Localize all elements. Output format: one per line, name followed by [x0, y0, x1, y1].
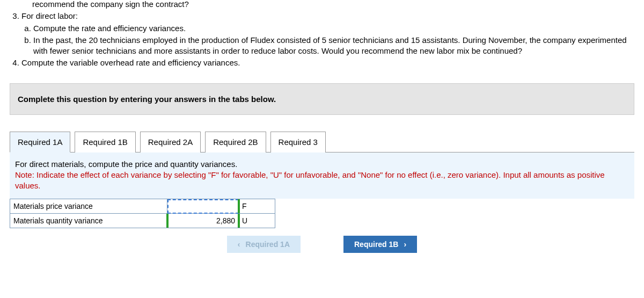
- instruction-bar: Complete this question by entering your …: [10, 83, 634, 115]
- panel-prompt-note: Note: Indicate the effect of each varian…: [15, 170, 605, 190]
- question-body: recommend the company sign the contract?…: [0, 0, 644, 75]
- tab-panel: For direct materials, compute the price …: [10, 152, 634, 199]
- tab-required-3[interactable]: Required 3: [270, 132, 326, 152]
- validated-marker-icon: [238, 214, 240, 228]
- amount-input-quantity[interactable]: 2,880: [167, 214, 239, 228]
- variance-table: Materials price variance F Materials qua…: [10, 199, 275, 228]
- next-button-label: Required 1B: [354, 240, 398, 249]
- next-button[interactable]: Required 1B ›: [343, 236, 417, 253]
- tab-required-2a[interactable]: Required 2A: [140, 132, 201, 152]
- chevron-right-icon: ›: [404, 240, 406, 249]
- prev-button-label: Required 1A: [246, 240, 290, 249]
- question-item2a: Compute the rate and efficiency variance…: [33, 23, 639, 34]
- amount-input-price[interactable]: [167, 199, 239, 214]
- question-item2b: In the past, the 20 technicians employed…: [33, 35, 639, 57]
- effect-select-quantity[interactable]: U: [239, 214, 275, 228]
- question-item3: Compute the variable overhead rate and e…: [21, 57, 639, 68]
- tab-required-2b[interactable]: Required 2B: [205, 132, 266, 152]
- table-row: Materials quantity variance 2,880 U: [10, 214, 275, 228]
- panel-prompt-main: For direct materials, compute the price …: [15, 159, 237, 169]
- question-item2: For direct labor: Compute the rate and e…: [21, 11, 639, 56]
- nav-row: ‹ Required 1A Required 1B ›: [10, 236, 634, 253]
- validated-marker-icon: [238, 199, 240, 213]
- chevron-left-icon: ‹: [238, 240, 240, 249]
- row-label: Materials price variance: [10, 199, 167, 214]
- effect-select-price[interactable]: F: [239, 199, 275, 214]
- row-label: Materials quantity variance: [10, 214, 167, 228]
- tab-required-1a[interactable]: Required 1A: [10, 132, 70, 152]
- prev-button[interactable]: ‹ Required 1A: [227, 236, 301, 253]
- validated-marker-icon: [166, 214, 169, 228]
- question-item1-tail: recommend the company sign the contract?: [32, 0, 189, 9]
- table-row: Materials price variance F: [10, 199, 275, 214]
- tab-required-1b[interactable]: Required 1B: [75, 132, 135, 152]
- tabs: Required 1A Required 1B Required 2A Requ…: [10, 131, 634, 152]
